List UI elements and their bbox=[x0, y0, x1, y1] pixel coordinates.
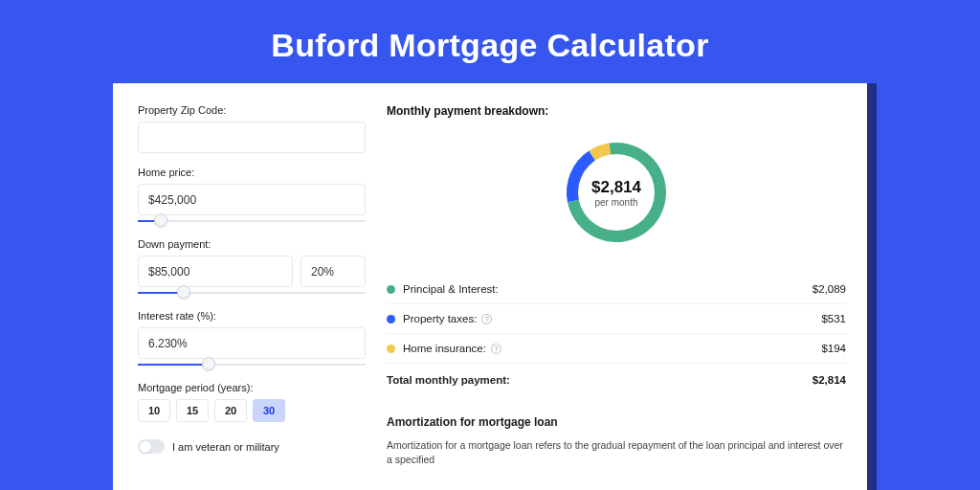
zip-field: Property Zip Code: bbox=[138, 104, 366, 153]
down-amount-input[interactable] bbox=[138, 256, 293, 287]
amortization-body: Amortization for a mortgage loan refers … bbox=[387, 438, 846, 467]
slider-fill bbox=[138, 364, 209, 366]
legend-value: $194 bbox=[821, 343, 846, 354]
price-slider[interactable] bbox=[138, 217, 366, 225]
period-option-15[interactable]: 15 bbox=[176, 399, 209, 422]
calculator-card: Property Zip Code: Home price: Down paym… bbox=[113, 83, 867, 490]
amortization-section: Amortization for mortgage loan Amortizat… bbox=[387, 415, 846, 467]
rate-field: Interest rate (%): bbox=[138, 310, 366, 368]
zip-label: Property Zip Code: bbox=[138, 104, 366, 116]
legend-row-total: Total monthly payment:$2,814 bbox=[387, 364, 846, 394]
legend-value: $2,814 bbox=[813, 374, 846, 386]
legend-name: Home insurance: bbox=[403, 343, 486, 354]
legend-list: Principal & Interest:$2,089Property taxe… bbox=[387, 275, 846, 394]
veteran-toggle[interactable] bbox=[138, 439, 165, 454]
slider-thumb-icon[interactable] bbox=[177, 285, 190, 299]
donut-chart: $2,814 per month bbox=[559, 135, 674, 250]
down-field: Down payment: bbox=[138, 238, 366, 297]
rate-slider[interactable] bbox=[138, 361, 366, 368]
down-label: Down payment: bbox=[138, 238, 366, 250]
legend-row-ins: Home insurance:?$194 bbox=[387, 334, 846, 364]
legend-dot-icon bbox=[387, 315, 395, 323]
period-field: Mortgage period (years): 10152030 bbox=[138, 382, 366, 422]
down-pct-input[interactable] bbox=[301, 256, 366, 287]
legend-dot-icon bbox=[387, 345, 395, 353]
legend-row-pi: Principal & Interest:$2,089 bbox=[387, 275, 846, 304]
veteran-label: I am veteran or military bbox=[172, 441, 279, 453]
toggle-knob-icon bbox=[140, 441, 151, 453]
rate-input[interactable] bbox=[138, 327, 366, 359]
breakdown-title: Monthly payment breakdown: bbox=[387, 104, 846, 118]
period-options: 10152030 bbox=[138, 399, 366, 422]
down-slider[interactable] bbox=[138, 289, 366, 297]
period-option-10[interactable]: 10 bbox=[138, 399, 170, 422]
legend-dot-icon bbox=[387, 285, 395, 294]
page-title: Buford Mortgage Calculator bbox=[0, 0, 980, 83]
period-label: Mortgage period (years): bbox=[138, 382, 366, 393]
legend-value: $531 bbox=[821, 313, 846, 324]
donut-amount: $2,814 bbox=[591, 178, 641, 197]
donut-wrap: $2,814 per month bbox=[387, 129, 846, 269]
down-input-row bbox=[138, 256, 366, 287]
slider-thumb-icon[interactable] bbox=[154, 213, 167, 227]
legend-row-tax: Property taxes:?$531 bbox=[387, 304, 846, 334]
breakdown-column: Monthly payment breakdown: $2,814 per mo… bbox=[387, 104, 846, 490]
veteran-toggle-row: I am veteran or military bbox=[138, 439, 366, 454]
legend-name: Principal & Interest: bbox=[403, 283, 499, 295]
donut-center: $2,814 per month bbox=[578, 154, 655, 231]
price-label: Home price: bbox=[138, 167, 366, 178]
donut-sub: per month bbox=[594, 197, 637, 208]
amortization-title: Amortization for mortgage loan bbox=[387, 415, 846, 429]
rate-label: Interest rate (%): bbox=[138, 310, 366, 322]
info-icon[interactable]: ? bbox=[481, 314, 492, 324]
price-input[interactable] bbox=[138, 184, 366, 215]
price-field: Home price: bbox=[138, 167, 366, 225]
slider-track bbox=[138, 220, 366, 222]
legend-value: $2,089 bbox=[813, 283, 846, 295]
legend-name: Total monthly payment: bbox=[387, 374, 510, 386]
period-option-30[interactable]: 30 bbox=[253, 399, 285, 422]
info-icon[interactable]: ? bbox=[491, 344, 501, 354]
slider-thumb-icon[interactable] bbox=[202, 357, 215, 370]
period-option-20[interactable]: 20 bbox=[214, 399, 247, 422]
legend-name: Property taxes: bbox=[403, 313, 477, 324]
form-column: Property Zip Code: Home price: Down paym… bbox=[138, 104, 366, 490]
zip-input[interactable] bbox=[138, 122, 366, 153]
